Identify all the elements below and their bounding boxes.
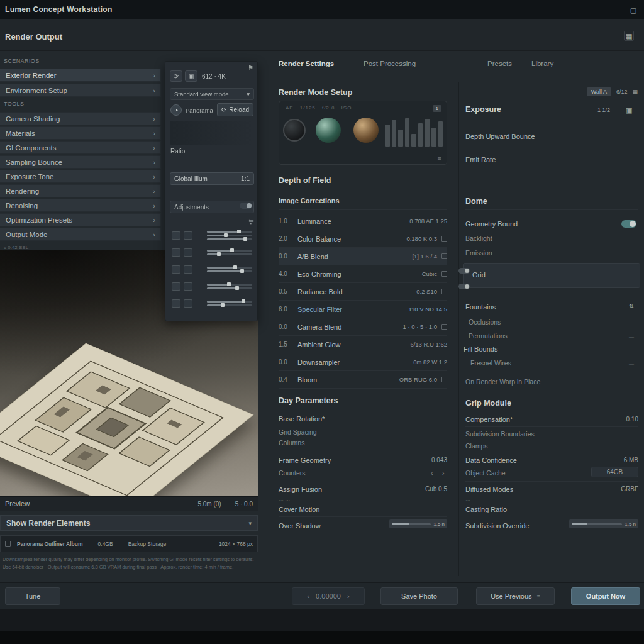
grid-toggle-a[interactable] <box>458 268 470 274</box>
correction-row-bloom[interactable]: 0.4 Bloom ORB RUG 6.0 <box>279 371 447 389</box>
reload-button[interactable]: ⟳ Reload <box>217 103 253 116</box>
sidebar-item-gi-components[interactable]: GI Components› <box>0 141 161 154</box>
use-previous-button[interactable]: Use Previous ≡ <box>476 587 555 605</box>
sidebar-item-camera-shading[interactable]: Camera Shading› <box>0 112 161 125</box>
mini-slider[interactable] <box>207 284 252 286</box>
correction-row-downsampler[interactable]: 0.0 Downsampler 0m 82 W 1.2 <box>279 353 447 371</box>
counters-next-icon[interactable]: › <box>442 469 445 477</box>
row-checkbox[interactable] <box>441 324 447 330</box>
correction-row-camera-blend[interactable]: 0.0 Camera Blend 1 · 0 · 5 · 1.0 <box>279 318 447 336</box>
sphere-bronze[interactable] <box>353 118 379 143</box>
sidebar-item-optimization-presets[interactable]: Optimization Presets› <box>0 213 161 226</box>
list-settings-icon[interactable]: ≔ <box>170 218 254 226</box>
mini-slider[interactable] <box>207 235 252 236</box>
minimize-icon[interactable]: — <box>608 6 619 14</box>
sidebar-item-environment-setup[interactable]: Environment Setup› <box>0 84 161 97</box>
adjustment-row[interactable] <box>170 279 254 294</box>
adjustment-row[interactable] <box>170 296 254 311</box>
row-checkbox[interactable] <box>441 271 447 277</box>
sidebar-item-exposure-tone[interactable]: Exposure Tone› <box>0 170 161 183</box>
fill-bounds-row[interactable]: Fill Bounds <box>464 345 497 353</box>
adjustment-row[interactable] <box>170 262 254 277</box>
permutations-row[interactable]: Permutations <box>469 332 508 340</box>
correction-row-radiance-bold[interactable]: 0.5 Radiance Bold 0.2 S10 <box>279 283 447 301</box>
expand-icon[interactable]: ⇅ <box>629 303 634 309</box>
row-checkbox[interactable] <box>441 377 447 382</box>
mini-slider[interactable] <box>207 231 252 233</box>
emission-label[interactable]: Emission <box>465 249 492 257</box>
correction-row-ambient-glow[interactable]: 1.5 Ambient Glow 6/13 R.U 1:62 <box>279 336 447 353</box>
mini-slider[interactable] <box>207 250 252 252</box>
render-elements-row[interactable]: Panorama Outliner Album 0.4GB Backup Sto… <box>0 535 258 552</box>
adjustment-row[interactable] <box>170 245 254 260</box>
wall-pill[interactable]: Wall A <box>587 87 611 96</box>
global-illum-button[interactable]: Global Illum 1:1 <box>170 172 254 185</box>
correction-row-ab-blend[interactable]: 0.0 A/B Blend [1] 1.6 / 4 <box>279 248 447 265</box>
value-stepper[interactable]: ‹ 0.00000 › <box>292 587 365 605</box>
sidebar-item-output-mode[interactable]: Output Mode› <box>0 228 161 241</box>
pin-icon[interactable]: ⚑ <box>248 64 253 71</box>
tab-library[interactable]: Library <box>531 60 553 67</box>
warp-row[interactable]: On Render Warp in Place <box>465 378 540 386</box>
correction-row-color-balance[interactable]: 2.0 Color Balance 0.180 K 0.3 <box>279 230 447 248</box>
sphere-neutral[interactable] <box>283 119 306 142</box>
show-render-elements-button[interactable]: Show Render Elements ▾ <box>0 515 258 531</box>
layers-chip-icon[interactable]: ▣ <box>185 70 197 82</box>
refresh-chip-icon[interactable]: ⟳ <box>170 70 182 82</box>
emit-rate-row[interactable]: Emit Rate <box>465 156 496 164</box>
menu-icon[interactable]: ≣ <box>437 155 441 161</box>
object-cache-label: Object Cache <box>465 469 506 477</box>
sidebar-item-denoising[interactable]: Denoising› <box>0 199 161 212</box>
correction-row-luminance[interactable]: 1.0 Luminance 0.708 AE 1.25 <box>279 213 447 230</box>
mini-slider[interactable] <box>207 287 252 289</box>
grid-toggle-b[interactable] <box>458 284 470 289</box>
sidebar-item-materials[interactable]: Materials› <box>0 126 161 140</box>
depth-upward-bounce-row[interactable]: Depth Upward Bounce <box>465 133 535 140</box>
lock-icon[interactable]: ▪ <box>250 220 252 226</box>
fountains-label[interactable]: Fountains <box>465 303 496 311</box>
sphere-forest[interactable] <box>316 118 341 143</box>
grid-small-icon[interactable]: ▦ <box>632 89 638 95</box>
backlight-label[interactable]: Backlight <box>465 235 492 242</box>
tune-button[interactable]: Tune <box>5 587 60 605</box>
row-checkbox[interactable] <box>441 253 447 259</box>
tab-render-settings[interactable]: Render Settings <box>279 60 334 67</box>
adjustment-row[interactable] <box>170 228 254 243</box>
view-mode-dropdown[interactable]: Standard view mode ▾ <box>170 88 254 100</box>
geometry-bound-toggle[interactable] <box>621 220 636 228</box>
mini-slider[interactable] <box>207 304 252 306</box>
copy-icon[interactable]: ▣ <box>626 106 632 114</box>
tab-presets[interactable]: Presets <box>487 60 512 67</box>
sidebar-item-exterior-render[interactable]: Exterior Render› <box>0 69 161 82</box>
mini-slider[interactable] <box>207 267 252 269</box>
mini-slider[interactable] <box>207 270 252 272</box>
subdiv-override-slider[interactable]: 1.5 n <box>569 519 638 528</box>
save-photo-button[interactable]: Save Photo <box>380 587 458 605</box>
mini-slider[interactable] <box>207 253 252 255</box>
occlusions-row[interactable]: Occlusions <box>469 318 501 326</box>
mask-icon <box>184 299 192 308</box>
row-name: Luminance <box>297 218 331 225</box>
panorama-icon[interactable]: ◔ <box>170 104 182 116</box>
mini-slider[interactable] <box>207 238 252 240</box>
permutations-value: — <box>629 334 634 340</box>
output-now-button[interactable]: Output Now <box>571 587 640 605</box>
preview-toggle[interactable] <box>240 203 252 209</box>
row-checkbox[interactable] <box>441 289 447 294</box>
stepper-next-icon[interactable]: › <box>347 592 350 600</box>
element-checkbox[interactable] <box>5 541 11 547</box>
row-checkbox[interactable] <box>441 236 447 242</box>
object-cache-field[interactable]: 64GB <box>591 467 638 477</box>
sidebar-item-rendering[interactable]: Rendering› <box>0 184 161 197</box>
counters-prev-icon[interactable]: ‹ <box>431 469 433 477</box>
correction-row-eco-chroming[interactable]: 4.0 Eco Chroming Cubic <box>279 265 447 283</box>
mini-slider[interactable] <box>207 301 252 303</box>
over-shadow-slider[interactable]: 1.5 n <box>389 519 447 528</box>
grid-icon[interactable]: ▦ <box>624 31 634 41</box>
sidebar-item-sampling-bounce[interactable]: Sampling Bounce› <box>0 155 161 169</box>
fresnel-wires-row[interactable]: Fresnel Wires <box>470 359 511 367</box>
maximize-icon[interactable]: ▢ <box>628 6 639 14</box>
stepper-prev-icon[interactable]: ‹ <box>307 592 309 600</box>
tab-post-processing[interactable]: Post Processing <box>364 60 416 67</box>
correction-row-specular-filter[interactable]: 6.0 Specular Filter 110 V ND 14.5 <box>279 301 447 318</box>
